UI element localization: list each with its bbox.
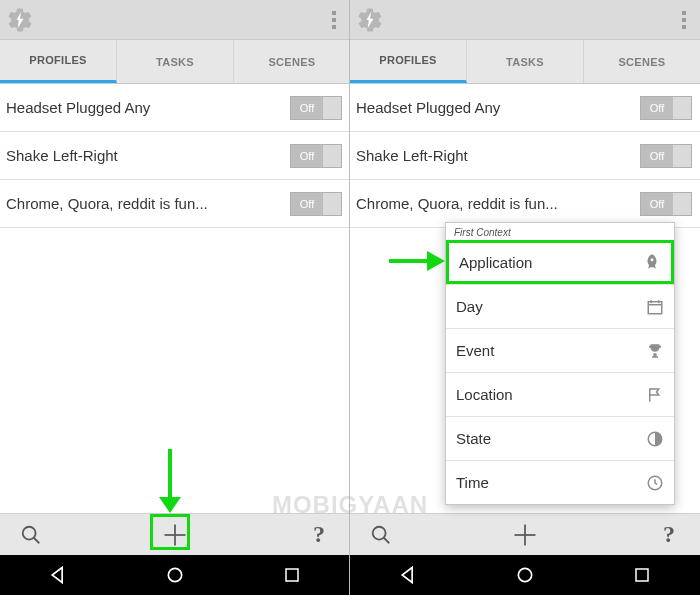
right-screen: PROFILES TASKS SCENES Headset Plugged An… (350, 0, 700, 595)
flag-icon (646, 386, 664, 404)
context-item-state[interactable]: State (446, 416, 674, 460)
context-item-label: Location (456, 386, 513, 403)
overflow-menu-button[interactable] (324, 5, 344, 35)
nav-recent-icon[interactable] (272, 560, 312, 590)
toggle-state: Off (300, 198, 314, 210)
tasker-app-icon (354, 4, 386, 36)
tab-label: PROFILES (29, 54, 86, 66)
profile-toggle[interactable]: Off (290, 144, 342, 168)
contrast-icon (646, 430, 664, 448)
tab-bar: PROFILES TASKS SCENES (0, 40, 350, 84)
tab-tasks[interactable]: TASKS (117, 40, 234, 83)
add-button[interactable] (158, 518, 192, 552)
rocket-icon (643, 253, 661, 271)
svg-point-4 (168, 568, 181, 581)
search-icon[interactable] (14, 518, 48, 552)
profile-label: Chrome, Quora, reddit is fun... (356, 195, 558, 212)
context-item-label: Time (456, 474, 489, 491)
help-icon[interactable]: ? (652, 518, 686, 552)
left-screen: PROFILES TASKS SCENES Headset Plugged An… (0, 0, 350, 595)
toggle-state: Off (650, 150, 664, 162)
context-menu-title: First Context (446, 223, 674, 240)
android-nav-bar (0, 555, 350, 595)
profile-row[interactable]: Shake Left-Right Off (350, 132, 700, 180)
profile-toggle[interactable]: Off (640, 144, 692, 168)
nav-home-icon[interactable] (155, 560, 195, 590)
context-item-time[interactable]: Time (446, 460, 674, 504)
profile-label: Shake Left-Right (356, 147, 468, 164)
trophy-icon (646, 342, 664, 360)
svg-point-12 (518, 568, 531, 581)
tab-label: SCENES (618, 56, 665, 68)
search-icon[interactable] (364, 518, 398, 552)
android-nav-bar (350, 555, 700, 595)
context-item-location[interactable]: Location (446, 372, 674, 416)
svg-rect-5 (286, 569, 298, 581)
tab-label: TASKS (156, 56, 194, 68)
profile-label: Chrome, Quora, reddit is fun... (6, 195, 208, 212)
context-item-day[interactable]: Day (446, 284, 674, 328)
help-icon[interactable]: ? (302, 518, 336, 552)
svg-rect-13 (636, 569, 648, 581)
add-button[interactable] (508, 518, 542, 552)
calendar-icon (646, 298, 664, 316)
profile-toggle[interactable]: Off (290, 192, 342, 216)
tab-tasks[interactable]: TASKS (467, 40, 584, 83)
tasker-app-icon (4, 4, 36, 36)
svg-point-8 (373, 526, 386, 539)
profile-row[interactable]: Shake Left-Right Off (0, 132, 350, 180)
nav-home-icon[interactable] (505, 560, 545, 590)
context-item-label: State (456, 430, 491, 447)
context-item-label: Day (456, 298, 483, 315)
svg-line-1 (34, 537, 40, 543)
tab-profiles[interactable]: PROFILES (350, 40, 467, 83)
profile-toggle[interactable]: Off (640, 96, 692, 120)
gear-lightning-icon (6, 6, 34, 34)
nav-back-icon[interactable] (38, 560, 78, 590)
tab-profiles[interactable]: PROFILES (0, 40, 117, 83)
svg-point-0 (23, 526, 36, 539)
tab-label: PROFILES (379, 54, 436, 66)
clock-icon (646, 474, 664, 492)
tab-scenes[interactable]: SCENES (584, 40, 700, 83)
nav-recent-icon[interactable] (622, 560, 662, 590)
tab-bar: PROFILES TASKS SCENES (350, 40, 700, 84)
svg-line-9 (384, 537, 390, 543)
profile-label: Headset Plugged Any (6, 99, 150, 116)
tab-label: TASKS (506, 56, 544, 68)
context-item-event[interactable]: Event (446, 328, 674, 372)
nav-back-icon[interactable] (388, 560, 428, 590)
context-menu: First Context Application Day Event Loca… (445, 222, 675, 505)
bottom-bar: ? (0, 513, 350, 555)
toggle-state: Off (650, 198, 664, 210)
profile-row[interactable]: Headset Plugged Any Off (0, 84, 350, 132)
context-item-label: Application (459, 254, 532, 271)
gear-lightning-icon (356, 6, 384, 34)
profile-row[interactable]: Headset Plugged Any Off (350, 84, 700, 132)
profile-label: Headset Plugged Any (356, 99, 500, 116)
context-item-label: Event (456, 342, 494, 359)
toggle-state: Off (650, 102, 664, 114)
profile-row[interactable]: Chrome, Quora, reddit is fun... Off (0, 180, 350, 228)
action-bar (350, 0, 700, 40)
tab-label: SCENES (268, 56, 315, 68)
profile-toggle[interactable]: Off (290, 96, 342, 120)
profile-toggle[interactable]: Off (640, 192, 692, 216)
svg-rect-14 (648, 301, 662, 313)
overflow-menu-button[interactable] (674, 5, 694, 35)
context-item-application[interactable]: Application (446, 240, 674, 284)
profile-row[interactable]: Chrome, Quora, reddit is fun... Off (350, 180, 700, 228)
action-bar (0, 0, 350, 40)
toggle-state: Off (300, 150, 314, 162)
profile-label: Shake Left-Right (6, 147, 118, 164)
bottom-bar: ? (350, 513, 700, 555)
toggle-state: Off (300, 102, 314, 114)
profile-list: Headset Plugged Any Off Shake Left-Right… (0, 84, 350, 513)
tab-scenes[interactable]: SCENES (234, 40, 350, 83)
